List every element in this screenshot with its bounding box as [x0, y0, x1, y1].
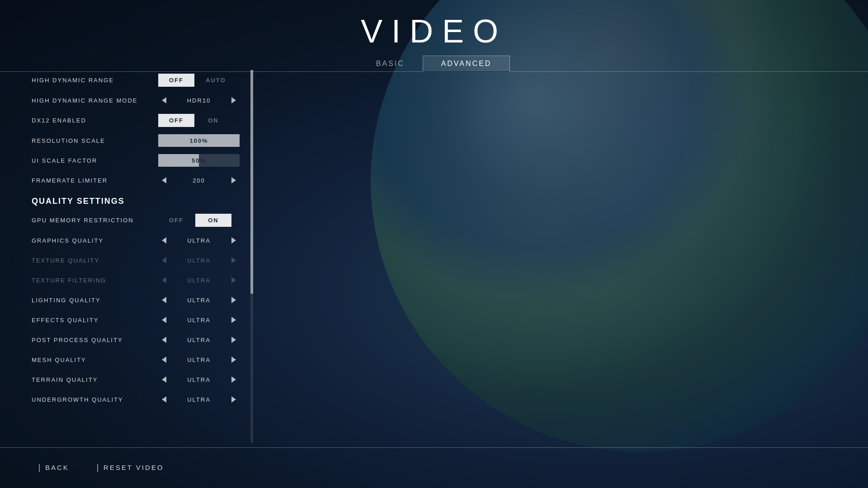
arrow-right-effects[interactable]	[228, 315, 240, 325]
toggle-dx12-on[interactable]: ON	[195, 114, 231, 127]
toggle-gpu-off[interactable]: OFF	[158, 214, 194, 227]
tab-advanced[interactable]: ADVANCED	[423, 56, 510, 72]
setting-row-texture-filtering: TEXTURE FILTERING ULTRA	[32, 270, 253, 290]
control-texture-quality: ULTRA	[158, 255, 253, 265]
label-resolution-scale: RESOLUTION SCALE	[32, 137, 158, 144]
setting-row-texture-quality: TEXTURE QUALITY ULTRA	[32, 250, 253, 270]
slider-resolution-scale[interactable]: 100%	[158, 134, 240, 147]
toggle-dx12-off[interactable]: OFF	[158, 114, 194, 127]
value-mesh-quality: ULTRA	[170, 357, 228, 363]
arrow-left-hdr-mode[interactable]	[158, 95, 170, 105]
value-undergrowth-quality: ULTRA	[170, 396, 228, 403]
arrow-left-texture-filtering[interactable]	[158, 275, 170, 285]
label-undergrowth-quality: UNDERGROWTH QUALITY	[32, 396, 158, 403]
setting-row-high-dynamic-range: HIGH DYNAMIC RANGE OFF AUTO	[32, 70, 253, 90]
value-hdr-mode: HDR10	[170, 97, 228, 104]
arrow-right-graphics[interactable]	[228, 235, 240, 245]
label-graphics-quality: GRAPHICS QUALITY	[32, 237, 158, 244]
label-terrain-quality: TERRAIN QUALITY	[32, 376, 158, 383]
selector-undergrowth-quality: ULTRA	[158, 394, 240, 404]
arrow-left-graphics[interactable]	[158, 235, 170, 245]
toggle-group-dx12: OFF ON	[158, 114, 231, 127]
value-graphics-quality: ULTRA	[170, 237, 228, 244]
control-mesh-quality: ULTRA	[158, 355, 253, 365]
section-quality-settings: QUALITY SETTINGS	[32, 190, 253, 210]
page-title: VIDEO	[0, 13, 868, 50]
control-ui-scale: 50%	[158, 154, 253, 167]
tabs-bar: BASIC ADVANCED	[0, 55, 868, 72]
control-high-dynamic-range: OFF AUTO	[158, 74, 253, 87]
setting-row-effects-quality: EFFECTS QUALITY ULTRA	[32, 310, 253, 330]
label-texture-filtering: TEXTURE FILTERING	[32, 277, 158, 284]
arrow-right-terrain[interactable]	[228, 375, 240, 385]
label-framerate: FRAMERATE LIMITER	[32, 177, 158, 184]
bottom-bar: BACK RESET VIDEO	[0, 447, 868, 488]
selector-texture-filtering: ULTRA	[158, 275, 240, 285]
selector-lighting-quality: ULTRA	[158, 295, 240, 305]
label-ui-scale: UI SCALE FACTOR	[32, 157, 158, 164]
toggle-group-hdr: OFF AUTO	[158, 74, 236, 87]
setting-row-gpu-memory: GPU MEMORY RESTRICTION OFF ON	[32, 210, 253, 230]
slider-bar-ui: 50%	[158, 154, 240, 167]
control-lighting-quality: ULTRA	[158, 295, 253, 305]
setting-row-lighting-quality: LIGHTING QUALITY ULTRA	[32, 290, 253, 310]
control-gpu-memory: OFF ON	[158, 214, 253, 227]
selector-terrain-quality: ULTRA	[158, 375, 240, 385]
control-effects-quality: ULTRA	[158, 315, 253, 325]
selector-hdr-mode: HDR10	[158, 95, 240, 105]
arrow-left-undergrowth[interactable]	[158, 394, 170, 404]
arrow-right-texture-quality[interactable]	[228, 255, 240, 265]
arrow-left-terrain[interactable]	[158, 375, 170, 385]
selector-framerate: 200	[158, 175, 240, 185]
slider-value-ui: 50%	[158, 157, 240, 164]
selector-graphics-quality: ULTRA	[158, 235, 240, 245]
setting-row-resolution-scale: RESOLUTION SCALE 100%	[32, 131, 253, 150]
selector-texture-quality: ULTRA	[158, 255, 240, 265]
control-terrain-quality: ULTRA	[158, 375, 253, 385]
value-texture-filtering: ULTRA	[170, 277, 228, 284]
slider-ui-scale[interactable]: 50%	[158, 154, 240, 167]
control-hdr-mode: HDR10	[158, 95, 253, 105]
label-high-dynamic-range: HIGH DYNAMIC RANGE	[32, 77, 158, 84]
arrow-left-lighting[interactable]	[158, 295, 170, 305]
arrow-right-post-process[interactable]	[228, 335, 240, 345]
control-framerate: 200	[158, 175, 253, 185]
label-lighting-quality: LIGHTING QUALITY	[32, 297, 158, 304]
arrow-left-post-process[interactable]	[158, 335, 170, 345]
selector-mesh-quality: ULTRA	[158, 355, 240, 365]
arrow-left-mesh[interactable]	[158, 355, 170, 365]
slider-value-resolution: 100%	[158, 137, 240, 144]
setting-row-graphics-quality: GRAPHICS QUALITY ULTRA	[32, 230, 253, 250]
arrow-right-texture-filtering[interactable]	[228, 275, 240, 285]
toggle-hdr-auto[interactable]: AUTO	[195, 74, 236, 87]
value-post-process: ULTRA	[170, 337, 228, 343]
arrow-left-effects[interactable]	[158, 315, 170, 325]
section-title-quality: QUALITY SETTINGS	[32, 197, 125, 206]
slider-bar-resolution: 100%	[158, 134, 240, 147]
setting-row-mesh-quality: MESH QUALITY ULTRA	[32, 350, 253, 370]
label-post-process: POST PROCESS QUALITY	[32, 337, 158, 343]
scroll-thumb[interactable]	[250, 70, 253, 294]
label-gpu-memory: GPU MEMORY RESTRICTION	[32, 217, 158, 224]
setting-row-undergrowth-quality: UNDERGROWTH QUALITY ULTRA	[32, 389, 253, 409]
control-texture-filtering: ULTRA	[158, 275, 253, 285]
setting-row-framerate: FRAMERATE LIMITER 200	[32, 170, 253, 190]
scroll-track	[250, 70, 253, 443]
reset-video-button[interactable]: RESET VIDEO	[90, 460, 171, 476]
arrow-left-framerate[interactable]	[158, 175, 170, 185]
arrow-right-mesh[interactable]	[228, 355, 240, 365]
selector-post-process: ULTRA	[158, 335, 240, 345]
toggle-group-gpu: OFF ON	[158, 214, 231, 227]
control-resolution-scale: 100%	[158, 134, 253, 147]
back-button[interactable]: BACK	[32, 460, 76, 476]
arrow-right-lighting[interactable]	[228, 295, 240, 305]
toggle-hdr-off[interactable]: OFF	[158, 74, 194, 87]
tab-basic[interactable]: BASIC	[358, 56, 423, 72]
toggle-gpu-on[interactable]: ON	[195, 214, 231, 227]
arrow-right-framerate[interactable]	[228, 175, 240, 185]
setting-row-post-process: POST PROCESS QUALITY ULTRA	[32, 330, 253, 350]
arrow-right-hdr-mode[interactable]	[228, 95, 240, 105]
control-dx12: OFF ON	[158, 114, 253, 127]
arrow-right-undergrowth[interactable]	[228, 394, 240, 404]
arrow-left-texture-quality[interactable]	[158, 255, 170, 265]
